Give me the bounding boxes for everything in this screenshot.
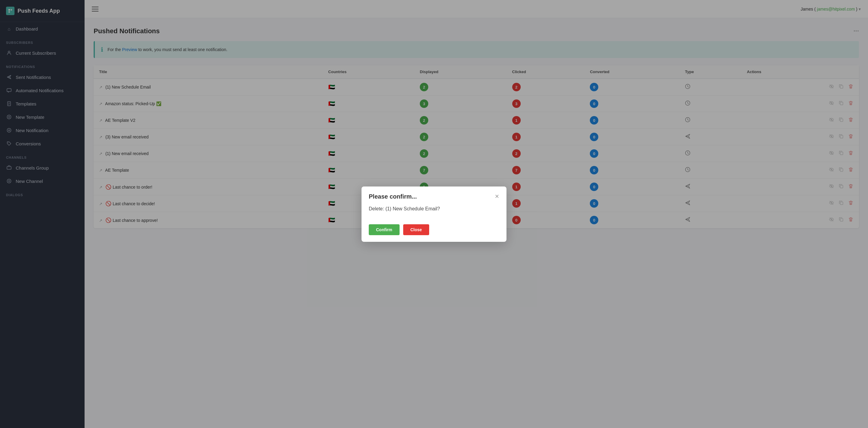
confirm-button[interactable]: Confirm <box>369 224 400 235</box>
modal-header: Please confirm... ✕ <box>362 187 506 200</box>
close-button[interactable]: Close <box>403 224 429 235</box>
modal-body: Delete: (1) New Schedule Email? <box>362 200 506 220</box>
modal-footer: Confirm Close <box>362 220 506 242</box>
confirm-modal: Please confirm... ✕ Delete: (1) New Sche… <box>362 187 506 242</box>
modal-close-x-button[interactable]: ✕ <box>495 194 499 199</box>
modal-overlay[interactable]: Please confirm... ✕ Delete: (1) New Sche… <box>0 0 868 428</box>
modal-title: Please confirm... <box>369 193 417 200</box>
